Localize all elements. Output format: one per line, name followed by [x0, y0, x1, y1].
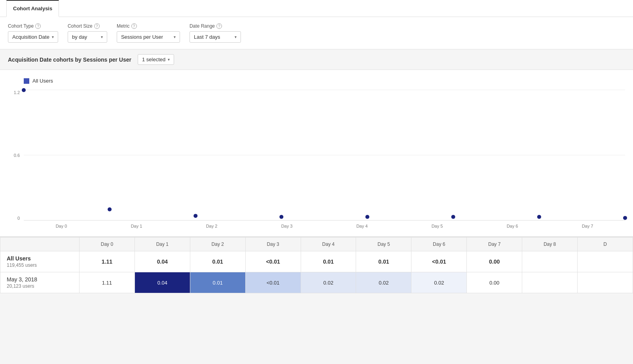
x-label-day5: Day 5: [400, 224, 475, 228]
table-header-row: Day 0 Day 1 Day 2 Day 3 Day 4 Day 5 Day …: [0, 238, 633, 251]
col-header-name: [0, 238, 80, 251]
cohort-size-arrow-icon: ▾: [101, 35, 103, 39]
tab-cohort-analysis[interactable]: Cohort Analysis: [6, 0, 59, 17]
x-label-day3: Day 3: [249, 224, 324, 228]
cell-all-day4: 0.01: [301, 251, 356, 272]
y-axis: 0 0.6 1.2: [8, 90, 22, 221]
row-all-users-name: All Users: [7, 255, 76, 262]
col-header-day6: Day 6: [411, 238, 467, 251]
x-label-day1: Day 1: [99, 224, 174, 228]
y-label-06: 0.6: [8, 153, 22, 158]
cohort-type-dropdown[interactable]: Acquisition Date ▾: [8, 31, 58, 43]
tab-bar: Cohort Analysis: [0, 0, 633, 17]
y-label-0: 0: [8, 216, 22, 221]
cell-all-extra: [578, 251, 633, 272]
cohort-type-group: Cohort Type ? Acquisition Date ▾: [8, 23, 58, 43]
legend-color-box: [24, 78, 29, 84]
chart-title: Acquisition Date cohorts by Sessions per…: [8, 57, 131, 63]
col-header-day8: Day 8: [522, 238, 578, 251]
selected-dropdown[interactable]: 1 selected ▾: [138, 54, 174, 65]
table-row: May 3, 2018 20,123 users 1.11 0.04 0.01 …: [0, 272, 633, 293]
dot-day3: [279, 215, 283, 219]
cell-may3-day8: [522, 272, 578, 293]
col-header-extra: D: [578, 238, 633, 251]
col-header-day4: Day 4: [301, 238, 356, 251]
cohort-type-label: Cohort Type ?: [8, 23, 58, 29]
metric-arrow-icon: ▾: [174, 35, 176, 39]
chart-header: Acquisition Date cohorts by Sessions per…: [0, 49, 633, 70]
chart-wrapper: 0 0.6 1.2: [8, 90, 625, 232]
cohort-type-help-icon[interactable]: ?: [35, 23, 41, 29]
dot-day0: [22, 88, 26, 92]
col-header-day3: Day 3: [245, 238, 301, 251]
row-may3-name: May 3, 2018: [7, 276, 76, 283]
chart-legend: All Users: [8, 78, 625, 84]
x-label-day7: Day 7: [550, 224, 625, 228]
cell-all-day5: 0.01: [356, 251, 411, 272]
cell-may3-day4: 0.02: [301, 272, 356, 293]
metric-group: Metric ? Sessions per User ▾: [117, 23, 180, 43]
cell-all-day3: <0.01: [245, 251, 301, 272]
cell-may3-day3: <0.01: [245, 272, 301, 293]
x-label-day0: Day 0: [24, 224, 99, 228]
x-axis: Day 0 Day 1 Day 2 Day 3 Day 4 Day 5 Day …: [24, 221, 625, 228]
cell-all-day1: 0.04: [135, 251, 190, 272]
date-range-label: Date Range ?: [190, 23, 241, 29]
chart-area: All Users 0 0.6 1.2: [0, 70, 633, 236]
metric-help-icon[interactable]: ?: [131, 23, 137, 29]
col-header-day0: Day 0: [80, 238, 135, 251]
date-range-group: Date Range ? Last 7 days ▾: [190, 23, 241, 43]
cell-may3-day2: 0.01: [190, 272, 245, 293]
table-row: All Users 119,455 users 1.11 0.04 0.01 <…: [0, 251, 633, 272]
cell-all-day0: 1.11: [80, 251, 135, 272]
date-range-arrow-icon: ▾: [235, 35, 237, 39]
cell-may3-day1: 0.04: [135, 272, 190, 293]
cohort-size-group: Cohort Size ? by day ▾: [68, 23, 107, 43]
table-section: Day 0 Day 1 Day 2 Day 3 Day 4 Day 5 Day …: [0, 236, 633, 293]
controls-bar: Cohort Type ? Acquisition Date ▾ Cohort …: [0, 17, 633, 49]
col-header-day1: Day 1: [135, 238, 190, 251]
cell-may3-day5: 0.02: [356, 272, 411, 293]
cell-may3-day0: 1.11: [80, 272, 135, 293]
date-range-help-icon[interactable]: ?: [216, 23, 222, 29]
dot-day2: [193, 214, 197, 218]
dot-day1: [108, 207, 112, 211]
chart-plot: [24, 90, 625, 221]
dot-day5: [451, 215, 455, 219]
y-label-12: 1.2: [8, 90, 22, 95]
cell-all-day8: [522, 251, 578, 272]
line-chart-svg: [24, 90, 625, 220]
cohort-size-dropdown[interactable]: by day ▾: [68, 31, 107, 43]
chart-section: Acquisition Date cohorts by Sessions per…: [0, 49, 633, 236]
cell-all-day6: <0.01: [411, 251, 467, 272]
x-label-day2: Day 2: [174, 224, 249, 228]
dot-day4: [366, 215, 370, 219]
cell-may3-day6: 0.02: [411, 272, 467, 293]
cell-all-day2: 0.01: [190, 251, 245, 272]
cell-all-day7: 0.00: [467, 251, 522, 272]
col-header-day2: Day 2: [190, 238, 245, 251]
row-all-users-header: All Users 119,455 users: [0, 251, 80, 272]
row-all-users-sub: 119,455 users: [7, 262, 76, 268]
cell-may3-extra: [578, 272, 633, 293]
dot-day6: [537, 215, 541, 219]
cohort-size-label: Cohort Size ?: [68, 23, 107, 29]
selected-arrow-icon: ▾: [168, 57, 170, 62]
x-label-day6: Day 6: [475, 224, 550, 228]
metric-dropdown[interactable]: Sessions per User ▾: [117, 31, 180, 43]
cohort-type-arrow-icon: ▾: [52, 35, 54, 39]
row-may3-sub: 20,123 users: [7, 283, 76, 289]
metric-label: Metric ?: [117, 23, 180, 29]
date-range-dropdown[interactable]: Last 7 days ▾: [190, 31, 241, 43]
col-header-day5: Day 5: [356, 238, 411, 251]
row-may3-header: May 3, 2018 20,123 users: [0, 272, 80, 293]
legend-label: All Users: [32, 78, 53, 84]
cohort-table: Day 0 Day 1 Day 2 Day 3 Day 4 Day 5 Day …: [0, 237, 633, 293]
cell-may3-day7: 0.00: [467, 272, 522, 293]
x-label-day4: Day 4: [324, 224, 400, 228]
dot-day7: [623, 216, 627, 220]
col-header-day7: Day 7: [467, 238, 522, 251]
cohort-size-help-icon[interactable]: ?: [94, 23, 100, 29]
